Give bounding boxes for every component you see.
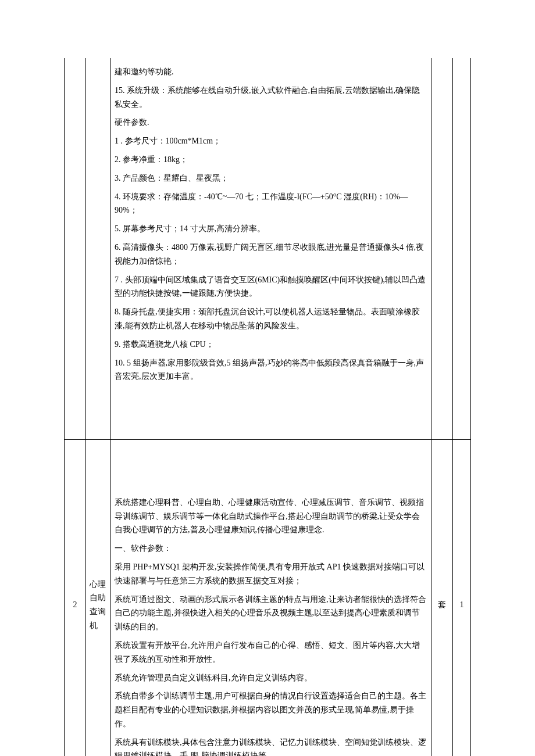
spec-para: 采用 PHP+MYSQ1 架构开发,安装操作简便,具有专用开放式 AP1 快速数… — [115, 560, 427, 588]
spec-para: 一、软件参数： — [115, 542, 427, 556]
spec-para: 10. 5 组扬声器,家用影院级音效,5 组扬声器,巧妙的将高中低频段高保真音箱… — [115, 356, 427, 384]
spec-para: 9. 搭载高通骁龙八核 CPU； — [115, 338, 427, 352]
spec-para: 6. 高清摄像头：4800 万像素,视野广阔无盲区,细节尽收眼底,进光量是普通摄… — [115, 241, 427, 268]
cell-unit — [431, 58, 453, 439]
spec-para: 4. 环境要求：存储温度：-40℃~—70 七；工作温度-I(FC—+50°C … — [115, 190, 427, 218]
spec-para: 系统搭建心理科普、心理自助、心理健康活动宣传、心理减压调节、音乐调节、视频指导训… — [115, 496, 427, 537]
spec-para: 系统具有训练模块,具体包含注意力训练模块、记忆力训练模块、空间知觉训练模块、逻辑… — [115, 736, 427, 756]
spec-para: 系统自带多个训练调节主题,用户可根据自身的情况自行设置选择适合自己的主题。各主题… — [115, 689, 427, 730]
cell-qty: 1 — [453, 439, 471, 756]
table-row: 2 心理自助查询机 系统搭建心理科普、心理自助、心理健康活动宣传、心理减压调节、… — [65, 439, 471, 756]
document-page: 建和邀约等功能. 15. 系统升级：系统能够在线自动升级,嵌入式软件融合,自由拓… — [0, 0, 535, 756]
table-row: 建和邀约等功能. 15. 系统升级：系统能够在线自动升级,嵌入式软件融合,自由拓… — [65, 58, 471, 439]
spec-para: 硬件参数. — [115, 116, 427, 130]
spec-para: 3. 产品颜色：星耀白、星夜黑； — [115, 171, 427, 185]
cell-qty — [453, 58, 471, 439]
cell-name: 心理自助查询机 — [86, 439, 111, 756]
spec-para: 8. 随身托盘,便捷实用：颈部托盘沉台设计,可以使机器人运送轻量物品。表面喷涂橡… — [115, 305, 427, 333]
cell-description: 系统搭建心理科普、心理自助、心理健康活动宣传、心理减压调节、音乐调节、视频指导训… — [111, 439, 431, 756]
cell-index — [65, 58, 86, 439]
cell-name — [86, 58, 111, 439]
spec-para: 7 . 头部顶端中间区域集成了语音交互区(6MIC)和触摸唤醒区(中间环状按键)… — [115, 273, 427, 301]
spec-para: 系统设置有开放平台,允许用户自行发布自己的心得、感悟、短文、图片等内容,大大增强… — [115, 639, 427, 667]
spec-para: 系统可通过图文、动画的形式展示各训练主题的特点与用途,让来访者能很快的选择符合自… — [115, 593, 427, 634]
cell-index: 2 — [65, 439, 86, 756]
spec-table: 建和邀约等功能. 15. 系统升级：系统能够在线自动升级,嵌入式软件融合,自由拓… — [64, 58, 471, 756]
spec-para: 建和邀约等功能. — [115, 65, 427, 79]
spec-para: 系统允许管理员自定义训练科目,允许自定义训练内容。 — [115, 671, 427, 685]
cell-description: 建和邀约等功能. 15. 系统升级：系统能够在线自动升级,嵌入式软件融合,自由拓… — [111, 58, 431, 439]
spec-para: 2. 参考净重：18kg； — [115, 153, 427, 167]
spec-para: 5. 屏幕参考尺寸；14 寸大屏,高清分辨率。 — [115, 222, 427, 236]
spec-para: 1 . 参考尺寸：100cm*M1cm； — [115, 134, 427, 148]
cell-unit: 套 — [431, 439, 453, 756]
spec-para: 15. 系统升级：系统能够在线自动升级,嵌入式软件融合,自由拓展,云端数据输出,… — [115, 84, 427, 112]
